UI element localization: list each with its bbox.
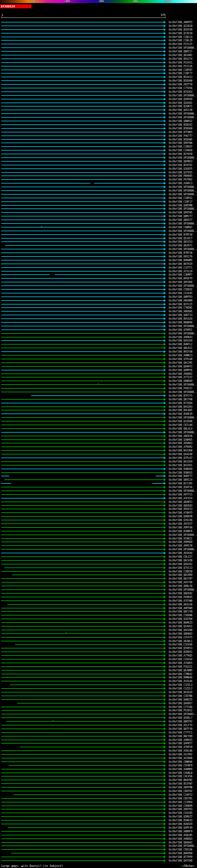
alignment-bar[interactable] <box>0 159 169 163</box>
alignment-row[interactable]: UniRef100_Q1D7H4 <box>0 617 197 621</box>
hit-accession-label[interactable]: UniRef100_Q26481 <box>169 102 192 104</box>
hit-accession-label[interactable]: UniRef100_A59011 <box>169 537 192 540</box>
hit-accession-label[interactable]: UniRef100_B9KWM5 <box>169 259 192 262</box>
alignment-segment[interactable] <box>1 740 164 740</box>
alignment-bar[interactable] <box>0 386 169 390</box>
alignment-bar[interactable] <box>0 661 169 665</box>
alignment-bar[interactable] <box>0 152 169 156</box>
alignment-bar[interactable] <box>0 361 169 365</box>
alignment-row[interactable]: UniRef100_C7YTC1 <box>0 731 197 734</box>
alignment-bar[interactable] <box>0 683 169 687</box>
alignment-row[interactable]: UniRef100_Q7HPE1 <box>0 328 197 332</box>
hit-accession-label[interactable]: UniRef100_A7HP29 <box>169 746 192 748</box>
alignment-bar[interactable] <box>0 372 169 376</box>
alignment-row[interactable]: UniRef100_A45796 <box>0 581 197 584</box>
alignment-segment[interactable] <box>1 571 164 572</box>
alignment-bar[interactable] <box>0 833 169 837</box>
alignment-segment[interactable] <box>1 113 164 114</box>
alignment-segment[interactable] <box>1 355 164 355</box>
alignment-bar[interactable] <box>0 97 169 101</box>
alignment-bar[interactable] <box>0 189 169 192</box>
alignment-segment[interactable] <box>1 333 164 334</box>
alignment-bar[interactable] <box>0 229 169 233</box>
alignment-segment[interactable] <box>1 84 164 85</box>
alignment-bar[interactable] <box>0 610 169 613</box>
alignment-segment[interactable] <box>1 267 164 268</box>
alignment-bar[interactable] <box>0 507 169 511</box>
alignment-segment[interactable] <box>1 264 164 264</box>
hit-accession-label[interactable]: UniRef100_B5DGW5 <box>169 138 192 141</box>
alignment-row[interactable]: UniRef100_C4JA45 <box>0 291 197 295</box>
alignment-segment[interactable] <box>1 205 164 206</box>
hit-accession-label[interactable]: UniRef100_B2YHY0 <box>169 153 192 155</box>
alignment-segment[interactable] <box>1 458 164 458</box>
alignment-segment[interactable] <box>1 498 164 498</box>
hit-accession-label[interactable]: UniRef100_A9NKC3 <box>169 354 192 357</box>
alignment-row[interactable]: UniRef100_O95276 <box>0 255 197 258</box>
alignment-row[interactable]: UniRef100_B7Q3E4 <box>0 90 197 94</box>
alignment-segment[interactable] <box>1 582 164 583</box>
hit-accession-label[interactable]: UniRef100_A8P5W9 <box>169 607 192 610</box>
alignment-bar[interactable] <box>0 178 169 181</box>
hit-accession-label[interactable]: UniRef100_C7M042 <box>169 673 192 676</box>
alignment-segment[interactable] <box>1 637 164 638</box>
alignment-row[interactable]: UniRef100_A5LFT4 <box>0 723 197 727</box>
hit-accession-label[interactable]: UniRef100_C0S7B1 <box>169 797 192 800</box>
alignment-bar[interactable] <box>0 28 169 31</box>
alignment-row[interactable]: UniRef100_C1H6E8 <box>0 148 197 152</box>
alignment-row[interactable]: UniRef100_P52812 <box>0 709 197 712</box>
alignment-bar[interactable] <box>0 306 169 309</box>
hit-accession-label[interactable]: UniRef100_B7FWK5 <box>169 131 192 134</box>
alignment-bar[interactable] <box>0 676 169 679</box>
alignment-segment[interactable] <box>4 567 164 568</box>
hit-accession-label[interactable]: UniRef100_P15126 <box>169 65 192 68</box>
hit-accession-label[interactable]: UniRef100_B6AFN2 <box>169 779 192 781</box>
hit-accession-label[interactable]: UniRef100_B4KFT7 <box>169 475 192 477</box>
alignment-segment[interactable] <box>1 677 164 678</box>
alignment-segment[interactable] <box>1 662 164 663</box>
alignment-bar[interactable] <box>0 233 169 237</box>
alignment-bar[interactable] <box>0 496 169 500</box>
alignment-segment[interactable] <box>1 311 164 312</box>
alignment-segment[interactable] <box>1 641 164 641</box>
alignment-bar[interactable] <box>0 299 169 302</box>
alignment-segment[interactable] <box>1 443 164 443</box>
alignment-bar[interactable] <box>0 375 169 379</box>
alignment-row[interactable]: UniRef100_B4KFT7 <box>0 474 197 478</box>
alignment-segment[interactable] <box>1 198 164 198</box>
alignment-bar[interactable] <box>0 789 169 793</box>
alignment-bar[interactable] <box>0 262 169 266</box>
alignment-row[interactable]: UniRef100_C7TU56 <box>0 86 197 90</box>
alignment-bar[interactable] <box>0 83 169 86</box>
alignment-row[interactable]: UniRef100_Q8V477 <box>0 218 197 222</box>
alignment-bar[interactable] <box>0 57 169 61</box>
hit-accession-label[interactable]: UniRef100_Q8L4L4 <box>169 427 192 430</box>
hit-accession-label[interactable]: UniRef100_Q3UEP5 <box>169 167 192 170</box>
hit-accession-label[interactable]: UniRef100_C5DEW6 <box>169 614 192 617</box>
alignment-segment[interactable] <box>1 446 164 447</box>
alignment-bar[interactable] <box>0 163 169 167</box>
hit-accession-label[interactable]: UniRef100_B5DGH0 <box>169 80 192 82</box>
alignment-segment[interactable] <box>1 695 164 696</box>
hit-accession-label[interactable]: UniRef100_C4GNL8 <box>169 772 192 774</box>
alignment-row[interactable]: UniRef100_Q5R9X9 <box>0 97 197 101</box>
alignment-segment[interactable] <box>1 176 164 176</box>
alignment-row[interactable]: UniRef100_Q6C4Z8 <box>0 559 197 562</box>
alignment-bar[interactable] <box>0 657 169 661</box>
alignment-row[interactable]: UniRef100_Q7PL67 <box>0 456 197 460</box>
alignment-bar[interactable] <box>0 741 169 745</box>
alignment-row[interactable]: UniRef100_B5DGK8 <box>0 127 197 130</box>
alignment-row[interactable]: UniRef100_Q8WVG2 <box>0 119 197 123</box>
alignment-bar[interactable] <box>0 669 169 672</box>
alignment-bar[interactable] <box>0 540 169 544</box>
hit-accession-label[interactable]: UniRef100_UPI0000... <box>169 490 197 492</box>
alignment-row[interactable]: UniRef100_B4NTL2 <box>0 342 197 346</box>
alignment-segment[interactable] <box>1 194 164 195</box>
alignment-bar[interactable] <box>0 284 169 287</box>
alignment-segment[interactable] <box>1 410 164 410</box>
hit-accession-label[interactable]: UniRef100_Q4S138 <box>169 109 192 112</box>
alignment-row[interactable]: UniRef100_P16321 <box>0 665 197 669</box>
alignment-segment[interactable] <box>1 223 164 224</box>
alignment-bar[interactable] <box>0 723 169 727</box>
alignment-segment[interactable] <box>1 505 164 506</box>
